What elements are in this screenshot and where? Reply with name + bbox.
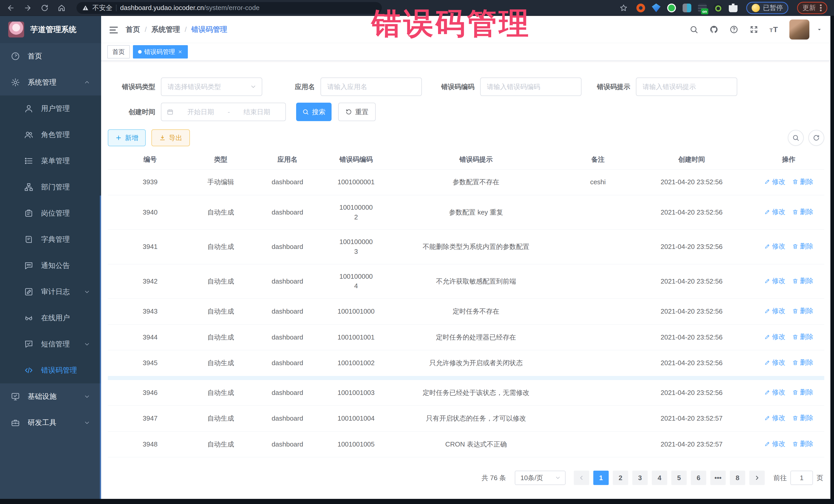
toggle-search-button[interactable] [788, 130, 804, 146]
page-size-select[interactable]: 10条/页 [515, 470, 566, 485]
page-button-3[interactable]: 3 [632, 470, 648, 485]
browser-back-icon[interactable] [7, 4, 15, 12]
page-button-6[interactable]: 6 [691, 470, 706, 485]
sidebar-item-11[interactable]: 短信管理 [0, 331, 101, 357]
sidebar-item-13[interactable]: 基础设施 [0, 384, 101, 410]
edit-link[interactable]: 修改 [764, 332, 786, 342]
github-icon[interactable] [709, 25, 718, 34]
extension-icon[interactable] [667, 4, 676, 12]
edit-link[interactable]: 修改 [764, 276, 786, 286]
end-date-placeholder[interactable]: 结束日期 [234, 108, 280, 116]
sidebar-item-4[interactable]: 菜单管理 [0, 148, 101, 174]
delete-link[interactable]: 删除 [792, 207, 813, 217]
search-icon[interactable] [689, 25, 698, 34]
goto-page-input[interactable] [790, 470, 813, 485]
next-page-button[interactable] [749, 470, 765, 485]
sidebar-item-0[interactable]: 首页 [0, 43, 101, 69]
page-button-2[interactable]: 2 [613, 470, 628, 485]
delete-link[interactable]: 删除 [792, 439, 813, 449]
url-text[interactable]: dashboard.yudao.iocoder.cn/system/error-… [120, 4, 259, 12]
page-ellipsis[interactable]: ••• [710, 470, 726, 485]
extension-icon[interactable] [652, 4, 660, 12]
extension-icon[interactable]: on [698, 4, 707, 12]
browser-update-button[interactable]: 更新 [797, 2, 827, 14]
extension-icon[interactable] [683, 4, 691, 12]
browser-home-icon[interactable] [58, 4, 66, 12]
app-name-input[interactable] [327, 83, 415, 91]
hamburger-icon[interactable] [109, 25, 118, 34]
start-date-placeholder[interactable]: 开始日期 [177, 108, 224, 116]
sidebar-item-10[interactable]: 在线用户 [0, 305, 101, 331]
profile-paused-pill[interactable]: 已暂停 [746, 2, 788, 14]
error-code-input[interactable] [487, 83, 575, 91]
edit-link[interactable]: 修改 [764, 439, 786, 449]
delete-link[interactable]: 删除 [792, 388, 813, 397]
sidebar-item-5[interactable]: 部门管理 [0, 174, 101, 200]
sidebar-item-2[interactable]: 用户管理 [0, 95, 101, 122]
edit-link[interactable]: 修改 [764, 306, 786, 316]
tag-1[interactable]: 错误码管理 [133, 45, 188, 59]
extension-icon[interactable] [714, 4, 722, 12]
sidebar-item-7[interactable]: 字典管理 [0, 226, 101, 253]
sidebar-item-9[interactable]: 审计日志 [0, 279, 101, 305]
export-button[interactable]: 导出 [151, 129, 190, 146]
browser-reload-icon[interactable] [41, 4, 49, 12]
reset-button[interactable]: 重置 [338, 103, 376, 121]
sidebar-logo[interactable]: 芋道管理系统 [0, 16, 101, 43]
delete-link[interactable]: 删除 [792, 177, 813, 187]
edit-link[interactable]: 修改 [764, 358, 786, 368]
error-type-select[interactable]: 请选择错误码类型 [161, 78, 262, 96]
page-button-4[interactable]: 4 [652, 470, 667, 485]
sidebar-item-12[interactable]: 错误码管理 [0, 357, 101, 384]
fullscreen-icon[interactable] [750, 25, 758, 34]
avatar-caret-down-icon[interactable] [816, 26, 823, 33]
add-button[interactable]: 新增 [108, 129, 146, 146]
sidebar-item-3[interactable]: 角色管理 [0, 122, 101, 148]
edit-link[interactable]: 修改 [764, 207, 786, 217]
sidebar-item-8[interactable]: 通知公告 [0, 253, 101, 279]
cell-message: 参数配置不存在 [386, 169, 566, 195]
error-hint-input[interactable] [642, 83, 730, 91]
page-number-list: 123456•••8 [593, 470, 745, 485]
sidebar-item-6[interactable]: 岗位管理 [0, 200, 101, 226]
delete-link[interactable]: 删除 [792, 413, 813, 423]
breadcrumb-item-0[interactable]: 首页 [126, 25, 140, 35]
refresh-table-button[interactable] [808, 130, 824, 146]
search-button[interactable]: 搜索 [296, 103, 332, 121]
browser-scrollbar[interactable] [830, 16, 834, 504]
delete-link[interactable]: 删除 [792, 241, 813, 251]
browser-forward-icon[interactable] [24, 4, 32, 12]
date-range-picker[interactable]: 开始日期 - 结束日期 [161, 103, 286, 121]
page-button-5[interactable]: 5 [671, 470, 687, 485]
cell-type: 自动生成 [193, 264, 249, 299]
breadcrumb-item-2[interactable]: 错误码管理 [192, 25, 227, 35]
page-button-1[interactable]: 1 [593, 470, 609, 485]
user-avatar[interactable] [789, 20, 809, 40]
bookmark-star-icon[interactable] [619, 4, 628, 12]
tag-0[interactable]: 首页 [107, 45, 130, 59]
delete-link[interactable]: 删除 [792, 276, 813, 286]
table-row: 3946自动生成dashboard1001001003定时任务已经处于该状态，无… [108, 378, 824, 406]
extension-icon[interactable] [636, 4, 645, 12]
delete-link[interactable]: 删除 [792, 332, 813, 342]
browser-menu-icon[interactable] [820, 4, 822, 12]
page-button-8[interactable]: 8 [730, 470, 745, 485]
delete-link[interactable]: 删除 [792, 358, 813, 368]
breadcrumb-item-1[interactable]: 系统管理 [151, 25, 180, 35]
sidebar-item-1[interactable]: 系统管理 [0, 69, 101, 95]
security-label[interactable]: 不安全 [92, 3, 112, 12]
extensions-puzzle-icon[interactable] [729, 4, 738, 12]
edit-link[interactable]: 修改 [764, 241, 786, 251]
prev-page-button[interactable] [574, 470, 589, 485]
edit-link[interactable]: 修改 [764, 388, 786, 397]
edit-link[interactable]: 修改 [764, 177, 786, 187]
font-size-icon[interactable]: TT [770, 25, 778, 34]
delete-link[interactable]: 删除 [792, 306, 813, 316]
edit-link[interactable]: 修改 [764, 413, 786, 423]
edit-pencil-icon [764, 209, 770, 215]
error-code-value: 1001001004 [337, 414, 375, 422]
address-bar[interactable]: 不安全 dashboard.yudao.iocoder.cn/system/er… [76, 2, 382, 14]
sidebar-scrollbar[interactable] [100, 196, 101, 499]
sidebar-item-14[interactable]: 研发工具 [0, 410, 101, 436]
help-icon[interactable] [729, 25, 738, 34]
